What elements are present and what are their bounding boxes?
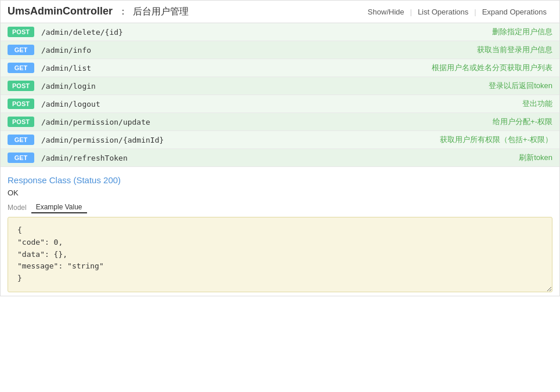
operation-description: 登出功能 [522,99,552,109]
operation-description: 删除指定用户信息 [492,27,552,37]
model-tabs: Model Example Value [8,202,552,213]
operation-description: 给用户分配+-权限 [493,117,552,127]
method-badge-get: GET [8,45,34,55]
list-operations-button[interactable]: List Operations [412,8,474,16]
controller-name: UmsAdminController [8,5,113,17]
operation-row[interactable]: POST/admin/logout登出功能 [1,95,559,113]
operation-description: 根据用户名或姓名分页获取用户列表 [432,63,552,73]
method-badge-post: POST [8,81,34,91]
code-line: { [17,224,543,237]
method-badge-post: POST [8,117,34,127]
operation-row[interactable]: POST/admin/permission/update给用户分配+-权限 [1,113,559,131]
method-badge-get: GET [8,63,34,73]
method-badge-get: GET [8,153,34,163]
controller-header: UmsAdminController ： 后台用户管理 Show/Hide | … [1,1,559,23]
operation-path: /admin/login [41,82,489,90]
operation-row[interactable]: GET/admin/permission/{adminId}获取用户所有权限（包… [1,131,559,149]
operation-row[interactable]: GET/admin/info获取当前登录用户信息 [1,41,559,59]
operation-row[interactable]: GET/admin/list根据用户名或姓名分页获取用户列表 [1,59,559,77]
operation-row[interactable]: POST/admin/login登录以后返回token [1,77,559,95]
code-line: "code": 0, [17,237,543,249]
main-container: UmsAdminController ： 后台用户管理 Show/Hide | … [0,0,560,296]
operation-path: /admin/permission/update [41,118,493,126]
operation-path: /admin/permission/{adminId} [41,136,440,144]
controller-desc: 后台用户管理 [133,6,189,16]
header-actions: Show/Hide | List Operations | Expand Ope… [362,8,552,16]
operation-path: /admin/delete/{id} [41,28,492,37]
operation-path: /admin/info [41,46,477,55]
code-line: "message": "string" [17,260,543,273]
response-section: Response Class (Status 200) OK Model Exa… [1,167,559,296]
operation-description: 刷新token [519,153,552,163]
operation-description: 获取当前登录用户信息 [477,45,552,55]
response-ok: OK [8,188,552,197]
show-hide-button[interactable]: Show/Hide [362,8,410,16]
controller-colon: ： [118,6,128,16]
operation-description: 获取用户所有权限（包括+-权限） [440,135,552,145]
operation-row[interactable]: GET/admin/refreshToken刷新token [1,149,559,167]
operation-row[interactable]: POST/admin/delete/{id}删除指定用户信息 [1,23,559,41]
method-badge-get: GET [8,135,34,145]
operations-list: POST/admin/delete/{id}删除指定用户信息GET/admin/… [1,23,559,167]
operation-path: /admin/list [41,64,432,72]
code-block: { "code": 0, "data": {}, "message": "str… [8,217,552,292]
operation-path: /admin/logout [41,100,522,108]
expand-operations-button[interactable]: Expand Operations [476,8,552,16]
code-line: "data": {}, [17,249,543,261]
controller-title-group: UmsAdminController ： 后台用户管理 [8,5,189,18]
response-title: Response Class (Status 200) [8,175,552,185]
code-line: } [17,273,543,285]
model-label: Model [8,204,27,212]
example-value-tab[interactable]: Example Value [31,202,87,213]
method-badge-post: POST [8,27,34,37]
operation-description: 登录以后返回token [489,81,552,91]
method-badge-post: POST [8,99,34,109]
operation-path: /admin/refreshToken [41,154,519,162]
